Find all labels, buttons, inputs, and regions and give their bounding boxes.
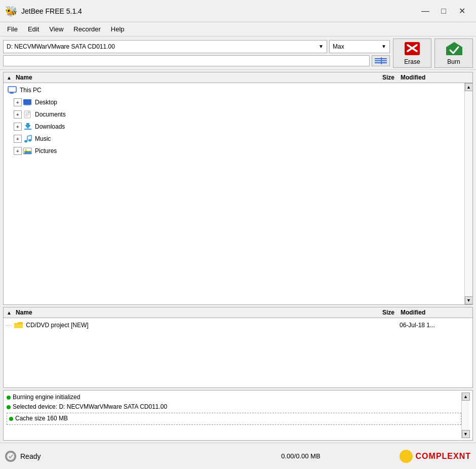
log-dot-1 (7, 396, 11, 400)
menu-recorder[interactable]: Recorder (69, 24, 104, 34)
log-text-3: Cache size 160 MB (15, 414, 68, 423)
status-center: 0.00/0.00 MB (202, 452, 399, 460)
erase-label: Erase (404, 58, 420, 65)
file-panel-body: This PC + Desktop + (4, 83, 472, 304)
tree-item-music[interactable]: + Music (4, 133, 464, 145)
tree-item-thispc[interactable]: This PC (4, 84, 464, 96)
menu-file[interactable]: File (3, 24, 22, 34)
documents-label: Documents (35, 111, 462, 118)
log-text-1: Burning engine initialized (13, 393, 80, 402)
svg-rect-11 (23, 99, 31, 105)
app-title: JetBee FREE 5.1.4 (21, 7, 416, 15)
toolbar-row1: D: NECVMWarVMware SATA CD011.00 ▼ Max ▼ (3, 40, 390, 53)
desktop-label: Desktop (35, 99, 462, 106)
menu-edit[interactable]: Edit (24, 24, 43, 34)
log-line-1: Burning engine initialized (7, 393, 461, 402)
close-button[interactable]: ✕ (453, 4, 471, 18)
project-item-newdvd[interactable]: ···· CD/DVD project [NEW] 06-Jul-18 1... (4, 319, 472, 331)
log-dot-2 (7, 405, 11, 409)
file-panel-header: ▲ Name Size Modified (4, 72, 472, 83)
maximize-button[interactable]: □ (434, 4, 453, 18)
log-scrollbar[interactable]: ▲ ▼ (461, 393, 469, 438)
menu-help[interactable]: Help (107, 24, 129, 34)
project-sort-arrow: ▲ (7, 310, 12, 316)
action-buttons: Erase Burn (393, 38, 473, 67)
project-panel-body: ···· CD/DVD project [NEW] 06-Jul-18 1... (4, 318, 472, 387)
svg-marker-7 (446, 42, 462, 55)
tree-item-pictures[interactable]: + Pictures (4, 145, 464, 157)
scroll-down-button[interactable]: ▼ (465, 296, 473, 304)
burn-button[interactable]: Burn (434, 38, 473, 68)
grid-lines-icon (375, 57, 387, 64)
svg-marker-18 (25, 125, 31, 129)
burn-label: Burn (447, 58, 460, 65)
burn-icon (445, 41, 462, 56)
svg-point-28 (25, 149, 27, 151)
log-scroll-up[interactable]: ▲ (462, 393, 470, 401)
log-line-3: Cache size 160 MB (7, 413, 461, 424)
log-scroll-down[interactable]: ▼ (462, 430, 470, 438)
erase-button[interactable]: Erase (393, 38, 431, 68)
status-ready-icon (5, 451, 16, 462)
project-panel-header: ▲ Name Size Modified (4, 307, 472, 318)
file-tree[interactable]: This PC + Desktop + (4, 83, 464, 304)
drive-select[interactable]: D: NECVMWarVMware SATA CD011.00 ▼ (3, 40, 327, 53)
status-progress-text: 0.00/0.00 MB (281, 452, 320, 460)
speed-dropdown-arrow: ▼ (381, 44, 386, 49)
file-panel: ▲ Name Size Modified This PC (3, 72, 473, 305)
log-text-2: Selected device: D: NECVMWarVMware SATA … (13, 402, 167, 412)
log-scroll-area (462, 401, 469, 430)
svg-rect-19 (26, 123, 29, 126)
toolbar: D: NECVMWarVMware SATA CD011.00 ▼ Max ▼ (0, 36, 476, 70)
expand-music[interactable]: + (14, 135, 22, 143)
main-content: ▲ Name Size Modified This PC (0, 70, 476, 443)
menubar: File Edit View Recorder Help (0, 22, 476, 36)
file-col-size: Size (358, 74, 399, 81)
tree-item-downloads[interactable]: + Downloads (4, 121, 464, 133)
statusbar: Ready 0.00/0.00 MB COMPLEXNT (0, 443, 476, 469)
downloads-label: Downloads (35, 123, 462, 130)
scroll-thumb-area (465, 91, 472, 296)
titlebar: 🐝 JetBee FREE 5.1.4 — □ ✕ (0, 0, 476, 22)
project-item-label: CD/DVD project [NEW] (26, 322, 359, 329)
expand-desktop[interactable]: + (14, 98, 22, 106)
log-panel: Burning engine initialized Selected devi… (3, 390, 473, 441)
toolbar-row2 (3, 55, 390, 66)
thispc-label: This PC (20, 87, 462, 94)
download-icon (23, 123, 33, 131)
progress-bar (3, 55, 370, 66)
svg-line-24 (27, 135, 31, 136)
project-col-name[interactable]: ▲ Name (7, 309, 358, 316)
folder-icon (14, 321, 24, 329)
project-tree[interactable]: ···· CD/DVD project [NEW] 06-Jul-18 1... (4, 318, 472, 387)
menu-view[interactable]: View (45, 24, 67, 34)
file-scrollbar[interactable]: ▲ ▼ (464, 83, 472, 304)
tree-item-desktop[interactable]: + Desktop (4, 96, 464, 108)
minimize-button[interactable]: — (416, 4, 434, 18)
app-icon: 🐝 (5, 5, 17, 17)
pictures-label: Pictures (35, 147, 462, 154)
svg-point-21 (24, 140, 27, 143)
project-item-modified: 06-Jul-18 1... (400, 322, 470, 329)
log-text-area: Burning engine initialized Selected devi… (7, 393, 461, 438)
expand-downloads[interactable]: + (14, 123, 22, 131)
speed-select[interactable]: Max ▼ (329, 40, 390, 53)
toolbar-left: D: NECVMWarVMware SATA CD011.00 ▼ Max ▼ (3, 40, 390, 66)
monitor-icon (8, 86, 18, 94)
music-label: Music (35, 135, 462, 142)
status-ready-text: Ready (20, 452, 41, 460)
scroll-up-button[interactable]: ▲ (465, 83, 473, 91)
log-dot-3 (9, 417, 13, 421)
svg-rect-12 (24, 104, 30, 105)
tree-item-documents[interactable]: + Documents (4, 108, 464, 121)
pictures-icon (23, 147, 33, 155)
file-col-name[interactable]: ▲ Name (7, 74, 358, 81)
expand-pictures[interactable]: + (14, 147, 22, 155)
grid-view-button[interactable] (372, 55, 390, 66)
file-sort-arrow: ▲ (7, 75, 12, 81)
status-right: COMPLEXNT (400, 450, 471, 463)
expand-documents[interactable]: + (14, 110, 22, 119)
project-panel: ▲ Name Size Modified ···· CD/DVD project… (3, 307, 473, 388)
music-icon (23, 135, 33, 143)
log-line-2: Selected device: D: NECVMWarVMware SATA … (7, 402, 461, 412)
